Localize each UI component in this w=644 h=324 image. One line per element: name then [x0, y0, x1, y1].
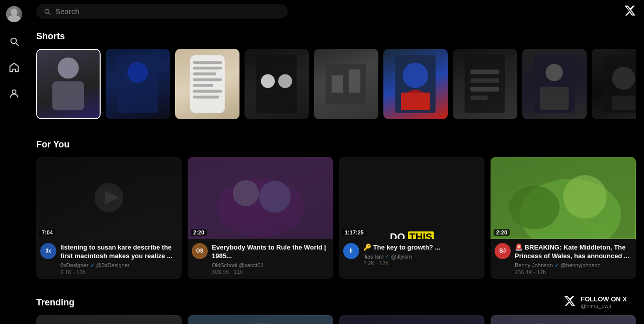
short-thumb-7[interactable] — [522, 49, 587, 119]
profile-icon[interactable] — [7, 87, 21, 101]
svg-point-6 — [127, 62, 148, 83]
trending-section: Trending — [28, 289, 644, 324]
svg-rect-9 — [193, 67, 221, 70]
channel-name-0: 0xDesigner ✓ @0xDesigner — [60, 262, 178, 269]
trending-grid — [36, 315, 636, 324]
video-title-2: 🔑 The key to growth? ... — [363, 243, 480, 252]
follow-text-group: FOLLOW ON X @nima_owji — [581, 295, 627, 309]
channel-name-3: Benny Johnson ✓ @bennyjohnson — [515, 262, 632, 269]
svg-point-30 — [546, 64, 563, 81]
home-icon[interactable] — [7, 60, 21, 74]
svg-rect-52 — [491, 315, 636, 324]
svg-rect-31 — [540, 87, 569, 110]
search-icon — [43, 8, 51, 16]
video-title-0: listening to susan kare describe the fir… — [60, 243, 178, 261]
trending-thumb-0[interactable] — [36, 315, 182, 324]
shorts-row — [36, 49, 636, 125]
svg-rect-3 — [58, 57, 79, 78]
svg-rect-10 — [193, 72, 216, 75]
for-you-grid: 7:04 0x listening to susan kare describe… — [36, 157, 636, 279]
svg-rect-46 — [36, 315, 182, 324]
channel-avatar-1: OS — [192, 243, 208, 259]
trending-title: Trending — [36, 297, 636, 308]
svg-rect-48 — [188, 315, 333, 324]
verified-badge-3: ✓ — [554, 262, 559, 269]
header: Search — [28, 0, 644, 23]
svg-point-33 — [612, 67, 635, 90]
svg-rect-4 — [52, 82, 84, 111]
video-duration-2: 1:17:25 — [342, 229, 366, 236]
video-duration-1: 2:20 — [191, 229, 207, 236]
channel-avatar-3: BJ — [495, 243, 511, 259]
trending-thumb-1[interactable] — [188, 315, 333, 324]
video-duration-0: 7:04 — [39, 229, 55, 236]
svg-rect-26 — [470, 78, 499, 83]
short-thumb-4[interactable] — [314, 49, 378, 119]
svg-rect-20 — [349, 69, 361, 93]
svg-rect-14 — [193, 96, 219, 99]
channel-avatar-0: 0x — [40, 243, 56, 259]
channel-avatar-2: II — [343, 243, 359, 259]
trending-thumb-3[interactable] — [491, 315, 636, 324]
trending-thumb-2[interactable] — [339, 315, 485, 324]
channel-name-1: OldSchool @xacct01 — [212, 262, 329, 268]
svg-point-39 — [217, 179, 304, 236]
for-you-title: For You — [36, 139, 636, 150]
svg-point-16 — [261, 74, 275, 88]
svg-point-0 — [11, 9, 18, 16]
video-stats-0: 6.1K · 13h — [60, 269, 178, 275]
video-card-1[interactable]: 2:20 OS Everybody Wants to Rule the Worl… — [188, 157, 333, 279]
follow-overlay[interactable]: FOLLOW ON X @nima_owji — [556, 290, 634, 314]
svg-rect-23 — [401, 93, 430, 110]
svg-rect-25 — [470, 69, 499, 74]
verified-badge-0: ✓ — [90, 262, 95, 269]
for-you-section: For You 7:04 0x — [28, 131, 644, 279]
search-bar[interactable]: Search — [36, 4, 288, 19]
short-thumb-8[interactable] — [592, 49, 636, 119]
search-placeholder: Search — [55, 7, 79, 16]
svg-rect-19 — [332, 75, 343, 93]
follow-handle: @nima_owji — [581, 303, 627, 309]
x-logo-button[interactable] — [624, 5, 636, 19]
svg-point-17 — [278, 74, 292, 88]
short-thumb-1[interactable] — [106, 49, 170, 119]
video-card-2[interactable]: DO THIS FOR YOUR SEO 1:17:25 II 🔑 Th — [339, 157, 485, 279]
video-title-3: 🚨 BREAKING: Kate Middleton, The Princess… — [515, 243, 632, 261]
svg-point-45 — [509, 186, 560, 229]
short-thumb-0[interactable] — [36, 49, 101, 119]
follow-label: FOLLOW ON X — [581, 295, 627, 303]
search-icon[interactable] — [7, 34, 21, 48]
svg-rect-11 — [193, 78, 221, 82]
avatar[interactable] — [6, 6, 22, 22]
video-stats-2: 2.2K · 12h — [363, 260, 480, 266]
svg-rect-50 — [339, 315, 485, 324]
svg-rect-8 — [193, 61, 221, 64]
short-thumb-6[interactable] — [453, 49, 517, 119]
svg-rect-34 — [612, 96, 635, 110]
verified-badge-2: ✓ — [385, 253, 389, 260]
shorts-title: Shorts — [36, 31, 636, 42]
svg-rect-12 — [193, 84, 213, 87]
svg-point-2 — [12, 90, 16, 94]
video-duration-3: 2:20 — [494, 229, 510, 236]
video-card-3[interactable]: 2:20 BJ 🚨 BREAKING: Kate Middleton, The … — [491, 157, 636, 279]
channel-name-2: Ilias Ism ✓ @illyism — [363, 253, 480, 260]
short-thumb-5[interactable] — [383, 49, 448, 119]
svg-point-41 — [259, 181, 291, 212]
video-card-0[interactable]: 7:04 0x listening to susan kare describe… — [36, 157, 182, 279]
short-thumb-2[interactable] — [175, 49, 239, 119]
shorts-section: Shorts — [28, 23, 644, 125]
video-stats-3: 236.4K · 12h — [515, 269, 632, 275]
short-thumb-3[interactable] — [245, 49, 309, 119]
main-content: Search Shorts — [28, 0, 644, 324]
svg-rect-27 — [470, 87, 499, 92]
svg-point-1 — [8, 15, 21, 22]
svg-point-44 — [564, 175, 607, 218]
svg-point-22 — [403, 63, 428, 88]
sidebar — [0, 0, 28, 324]
svg-point-40 — [233, 180, 259, 206]
svg-rect-24 — [465, 55, 505, 113]
follow-x-icon — [564, 295, 576, 309]
svg-rect-28 — [470, 96, 488, 100]
svg-rect-13 — [193, 90, 221, 93]
